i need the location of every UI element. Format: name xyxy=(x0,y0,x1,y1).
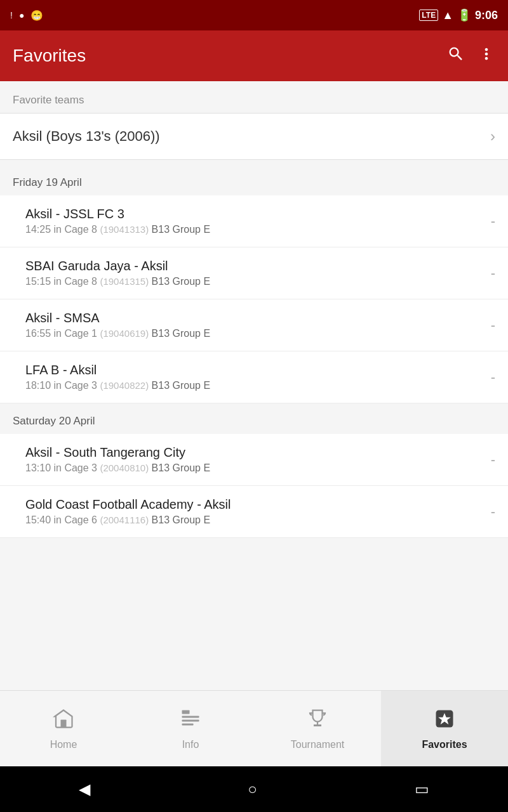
status-time: 9:06 xyxy=(475,9,498,22)
match-group: B13 Group E xyxy=(152,380,211,391)
status-bar: ! ● 😁 LTE ▲ 🔋 9:06 xyxy=(0,0,508,30)
nav-item-home[interactable]: Home xyxy=(0,691,127,766)
match-teams: SBAI Garuda Jaya - Aksil xyxy=(25,259,483,273)
match-id: (20040810) xyxy=(100,462,149,473)
app-bar-title: Favorites xyxy=(13,46,447,66)
match-item[interactable]: Aksil - JSSL FC 3 14:25 in Cage 8 (19041… xyxy=(0,195,508,247)
match-id: (19040822) xyxy=(100,380,149,391)
signal-icon: ▲ xyxy=(442,9,453,22)
home-button[interactable]: ○ xyxy=(248,780,257,798)
date-separator-0: Friday 19 April xyxy=(0,165,508,195)
home-nav-icon xyxy=(52,707,75,735)
lte-badge: LTE xyxy=(419,10,438,21)
info-nav-icon xyxy=(179,707,202,735)
match-info: Aksil - South Tangerang City 13:10 in Ca… xyxy=(25,445,483,474)
match-teams: LFA B - Aksil xyxy=(25,363,483,377)
match-teams: Aksil - JSSL FC 3 xyxy=(25,207,483,221)
match-item[interactable]: Gold Coast Football Academy - Aksil 15:4… xyxy=(0,486,508,538)
svg-rect-2 xyxy=(182,716,199,717)
back-button[interactable]: ◀ xyxy=(79,780,90,798)
team-card[interactable]: Aksil (Boys 13's (2006)) › xyxy=(0,113,508,160)
match-group: B13 Group E xyxy=(152,462,211,473)
app-bar: Favorites xyxy=(0,30,508,81)
match-details: 15:15 in Cage 8 (19041315) B13 Group E xyxy=(25,276,483,287)
match-score: - xyxy=(491,504,495,520)
match-teams: Aksil - South Tangerang City xyxy=(25,445,483,460)
match-item[interactable]: Aksil - South Tangerang City 13:10 in Ca… xyxy=(0,434,508,486)
match-score: - xyxy=(491,265,495,282)
match-info: SBAI Garuda Jaya - Aksil 15:15 in Cage 8… xyxy=(25,259,483,287)
favorite-teams-label: Favorite teams xyxy=(0,81,508,113)
favorites-nav-label: Favorites xyxy=(422,739,467,750)
match-days-container: Friday 19 April Aksil - JSSL FC 3 14:25 … xyxy=(0,165,508,538)
match-score: - xyxy=(491,317,495,334)
match-details: 14:25 in Cage 8 (19041313) B13 Group E xyxy=(25,224,483,235)
team-name: Aksil (Boys 13's (2006)) xyxy=(13,128,160,145)
match-group: B13 Group E xyxy=(152,224,211,235)
match-item[interactable]: SBAI Garuda Jaya - Aksil 15:15 in Cage 8… xyxy=(0,247,508,299)
svg-rect-4 xyxy=(182,723,194,725)
match-item[interactable]: Aksil - SMSA 16:55 in Cage 1 (19040619) … xyxy=(0,299,508,351)
match-details: 15:40 in Cage 6 (20041116) B13 Group E xyxy=(25,514,483,526)
svg-rect-3 xyxy=(182,719,199,721)
match-details: 13:10 in Cage 3 (20040810) B13 Group E xyxy=(25,462,483,474)
favorites-nav-icon xyxy=(433,707,456,735)
match-teams: Gold Coast Football Academy - Aksil xyxy=(25,497,483,512)
match-info: Gold Coast Football Academy - Aksil 15:4… xyxy=(25,497,483,526)
match-teams: Aksil - SMSA xyxy=(25,311,483,325)
match-score: - xyxy=(491,213,495,230)
match-group: B13 Group E xyxy=(152,276,211,287)
date-separator-1: Saturday 20 April xyxy=(0,403,508,434)
match-info: Aksil - SMSA 16:55 in Cage 1 (19040619) … xyxy=(25,311,483,339)
match-details: 18:10 in Cage 3 (19040822) B13 Group E xyxy=(25,380,483,391)
info-nav-label: Info xyxy=(182,739,199,750)
battery-icon: 🔋 xyxy=(457,8,471,22)
app-bar-actions xyxy=(447,45,495,67)
more-options-icon[interactable] xyxy=(478,45,495,67)
notification-icon-2: ● xyxy=(19,10,24,20)
match-id: (20041116) xyxy=(100,514,149,525)
notification-icon: ! xyxy=(10,10,13,20)
home-nav-label: Home xyxy=(50,739,77,750)
match-info: Aksil - JSSL FC 3 14:25 in Cage 8 (19041… xyxy=(25,207,483,235)
match-id: (19040619) xyxy=(100,328,149,339)
search-icon[interactable] xyxy=(447,45,465,67)
nav-item-favorites[interactable]: Favorites xyxy=(381,691,508,766)
nav-item-tournament[interactable]: Tournament xyxy=(254,691,381,766)
notification-icon-3: 😁 xyxy=(30,10,43,22)
svg-rect-0 xyxy=(61,719,67,727)
match-group: B13 Group E xyxy=(152,328,211,339)
match-details: 16:55 in Cage 1 (19040619) B13 Group E xyxy=(25,328,483,339)
match-score: - xyxy=(491,369,495,386)
status-bar-right: LTE ▲ 🔋 9:06 xyxy=(419,8,498,22)
status-bar-left: ! ● 😁 xyxy=(10,10,414,22)
recents-button[interactable]: ▭ xyxy=(415,780,429,798)
system-nav: ◀ ○ ▭ xyxy=(0,766,508,812)
match-group: B13 Group E xyxy=(152,514,211,525)
tournament-nav-icon xyxy=(306,707,329,735)
match-info: LFA B - Aksil 18:10 in Cage 3 (19040822)… xyxy=(25,363,483,391)
tournament-nav-label: Tournament xyxy=(291,739,345,750)
match-id: (19041315) xyxy=(100,276,149,287)
nav-item-info[interactable]: Info xyxy=(127,691,254,766)
match-score: - xyxy=(491,452,495,468)
main-content: Favorite teams Aksil (Boys 13's (2006)) … xyxy=(0,81,508,690)
bottom-nav: Home Info Tournament xyxy=(0,690,508,766)
match-item[interactable]: LFA B - Aksil 18:10 in Cage 3 (19040822)… xyxy=(0,351,508,403)
match-id: (19041313) xyxy=(100,224,149,235)
svg-rect-1 xyxy=(182,710,190,714)
chevron-right-icon: › xyxy=(490,128,495,145)
